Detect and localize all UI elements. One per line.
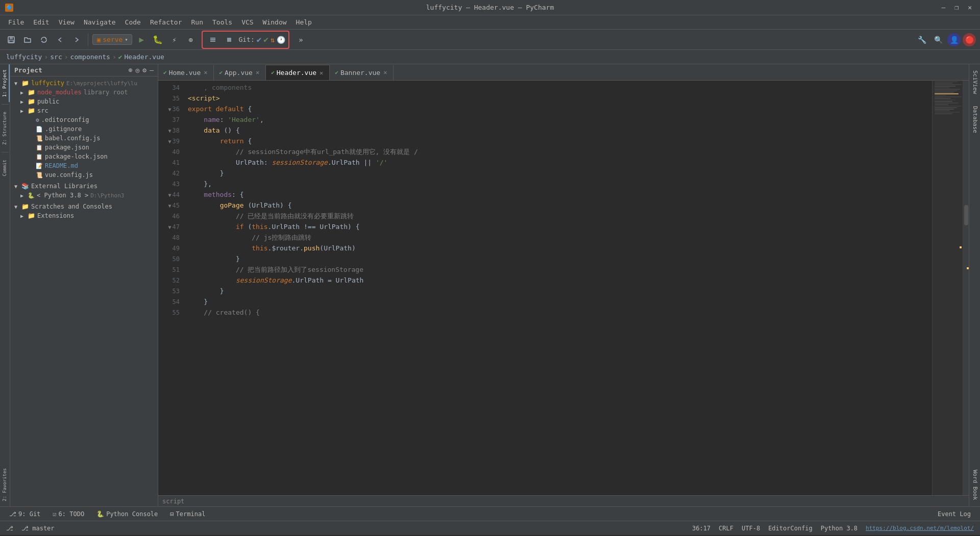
structure-tab[interactable]: Z: Structure bbox=[0, 107, 10, 150]
fold-39-icon[interactable]: ▼ bbox=[168, 138, 172, 146]
close-button[interactable]: ✕ bbox=[965, 3, 975, 12]
tree-editorconfig[interactable]: ⚙ .editorconfig bbox=[10, 115, 158, 124]
cursor-position-status[interactable]: 36:17 bbox=[692, 525, 710, 532]
todo-bottom-tab[interactable]: ☑ 6: TODO bbox=[47, 509, 89, 519]
blog-link[interactable]: https://blog.csdn.net/m/lemolot/ bbox=[866, 525, 974, 531]
tab-banner-vue[interactable]: ✔ Banner.vue ✕ bbox=[330, 65, 394, 80]
fold-45-icon[interactable]: ▼ bbox=[168, 202, 172, 210]
tree-python[interactable]: ▶ 🐍 < Python 3.8 > D:\Python3 bbox=[10, 191, 158, 200]
encoding-status[interactable]: UTF-8 bbox=[742, 525, 760, 532]
git-clock-icon[interactable]: 🕐 bbox=[277, 36, 285, 44]
tree-scratches[interactable]: ▼ 📁 Scratches and Consoles bbox=[10, 202, 158, 211]
indent-status[interactable]: EditorConfig bbox=[768, 525, 813, 532]
back-button[interactable] bbox=[53, 33, 67, 47]
tree-vueconfig[interactable]: 📜 vue.config.js bbox=[10, 170, 158, 180]
line-separator-status[interactable]: CRLF bbox=[719, 525, 733, 532]
git-align-button[interactable] bbox=[206, 33, 220, 47]
tree-packagelockjson[interactable]: 📋 package-lock.json bbox=[10, 152, 158, 161]
python-console-tab[interactable]: 🐍 Python Console bbox=[91, 509, 163, 519]
tab-home-vue-close[interactable]: ✕ bbox=[203, 69, 208, 76]
tab-app-vue[interactable]: ✔ App.vue ✕ bbox=[214, 65, 266, 80]
project-tab[interactable]: 1: Project bbox=[0, 64, 10, 102]
menu-run[interactable]: Run bbox=[187, 17, 207, 28]
event-log-tab[interactable]: Event Log bbox=[933, 509, 976, 519]
project-settings-icon[interactable]: ⚙ bbox=[142, 66, 146, 74]
tree-node-modules[interactable]: ▶ 📁 node_modules library root bbox=[10, 88, 158, 97]
fold-36-icon[interactable]: ▼ bbox=[168, 106, 172, 114]
tab-app-vue-close[interactable]: ✕ bbox=[255, 69, 260, 76]
save-all-button[interactable] bbox=[4, 33, 18, 47]
maximize-button[interactable]: ❐ bbox=[951, 3, 962, 12]
debug-button[interactable]: 🐛 bbox=[151, 33, 165, 47]
tree-arrow-scratches: ▼ bbox=[14, 204, 19, 210]
project-collapse-icon[interactable]: — bbox=[150, 66, 154, 74]
menu-help[interactable]: Help bbox=[292, 17, 316, 28]
menu-vcs[interactable]: VCS bbox=[237, 17, 257, 28]
minimize-button[interactable]: — bbox=[939, 3, 949, 12]
fold-44-icon[interactable]: ▼ bbox=[168, 191, 172, 199]
profile-button-2[interactable]: 🔴 bbox=[963, 33, 976, 46]
menu-file[interactable]: File bbox=[4, 17, 28, 28]
favorites-tab[interactable]: 2: Favorites bbox=[0, 463, 10, 506]
database-tab[interactable]: Database bbox=[969, 100, 980, 139]
tab-header-vue[interactable]: ✔ Header.vue ✕ bbox=[266, 65, 330, 80]
python-version-status[interactable]: Python 3.8 bbox=[821, 525, 857, 532]
vertical-scrollbar[interactable] bbox=[963, 81, 969, 495]
more-button[interactable]: » bbox=[293, 33, 308, 47]
forward-button[interactable] bbox=[69, 33, 84, 47]
sciview-tab[interactable]: SciView bbox=[969, 64, 980, 100]
breadcrumb-root[interactable]: luffycity bbox=[6, 53, 42, 61]
tab-home-vue[interactable]: ✔ Home.vue ✕ bbox=[158, 65, 214, 80]
breadcrumb-src[interactable]: src bbox=[50, 53, 62, 61]
git-stop-button[interactable] bbox=[222, 33, 236, 47]
tree-public[interactable]: ▶ 📁 public bbox=[10, 97, 158, 106]
code-content[interactable]: , components <script> export default { n… bbox=[184, 81, 932, 495]
menu-navigate[interactable]: Navigate bbox=[80, 17, 120, 28]
fold-47-icon[interactable]: ▼ bbox=[168, 223, 172, 232]
tree-readme[interactable]: 📝 README.md bbox=[10, 161, 158, 170]
terminal-tab[interactable]: ⊟ Terminal bbox=[165, 509, 210, 519]
menu-code[interactable]: Code bbox=[121, 17, 145, 28]
git-check-green-icon[interactable]: ✔ bbox=[263, 35, 268, 44]
tree-babelconfig[interactable]: 📜 babel.config.js bbox=[10, 134, 158, 143]
tree-extensions[interactable]: ▶ 📁 Extensions bbox=[10, 211, 158, 220]
tree-root-luffycity[interactable]: ▼ 📁 luffycity E:\myproject\luffy\lu bbox=[10, 79, 158, 88]
tree-gitignore[interactable]: 📄 .gitignore bbox=[10, 124, 158, 134]
tab-header-vue-close[interactable]: ✕ bbox=[318, 69, 324, 76]
account-button[interactable]: 👤 bbox=[947, 33, 961, 46]
commit-tab[interactable]: Commit bbox=[0, 155, 10, 182]
tree-packagejson[interactable]: 📋 package.json bbox=[10, 143, 158, 152]
locate-icon[interactable]: ◎ bbox=[136, 66, 140, 74]
breadcrumb-bar: luffycity › src › components › ✔ Header.… bbox=[0, 50, 980, 64]
git-status-icon[interactable]: ⎇ bbox=[6, 525, 13, 532]
git-check-blue-icon[interactable]: ✔ bbox=[257, 35, 262, 44]
menu-window[interactable]: Window bbox=[259, 17, 291, 28]
git-branch-status[interactable]: ⎇ master bbox=[21, 525, 55, 532]
git-arrow-icon[interactable]: ⇅ bbox=[271, 36, 275, 44]
fold-38-icon[interactable]: ▼ bbox=[168, 127, 172, 135]
serve-run-button[interactable]: ▣ serve ▾ bbox=[92, 34, 132, 45]
run-button[interactable]: ▶ bbox=[134, 33, 149, 47]
tab-banner-vue-close[interactable]: ✕ bbox=[382, 69, 388, 76]
code-line-54: } bbox=[188, 297, 928, 308]
open-file-button[interactable] bbox=[20, 33, 35, 47]
tree-external-libs[interactable]: ▼ 📚 External Libraries bbox=[10, 182, 158, 191]
breadcrumb-file[interactable]: Header.vue bbox=[125, 53, 164, 61]
scroll-thumb[interactable] bbox=[964, 205, 968, 225]
coverage-button[interactable]: ⚡ bbox=[167, 33, 181, 47]
breadcrumb-components[interactable]: components bbox=[70, 53, 110, 61]
menu-tools[interactable]: Tools bbox=[208, 17, 236, 28]
menu-view[interactable]: View bbox=[55, 17, 79, 28]
menu-refactor[interactable]: Refactor bbox=[146, 17, 186, 28]
git-bottom-tab[interactable]: ⎇ 9: Git bbox=[4, 509, 45, 519]
wrench-button[interactable]: 🔧 bbox=[915, 33, 929, 47]
search-everywhere-button[interactable]: 🔍 bbox=[931, 33, 945, 47]
wordbook-tab[interactable]: Word Book bbox=[969, 464, 980, 506]
code-line-52: sessionStorage . UrlPath = UrlPath bbox=[188, 275, 928, 286]
tree-src[interactable]: ▶ 📁 src bbox=[10, 106, 158, 115]
menu-edit[interactable]: Edit bbox=[29, 17, 53, 28]
add-project-icon[interactable]: ⊕ bbox=[129, 66, 133, 74]
profile-button[interactable]: ⊕ bbox=[183, 33, 198, 47]
code-line-51: // 把当前路径加入到了sessionStorage bbox=[188, 265, 928, 275]
sync-button[interactable] bbox=[37, 33, 51, 47]
